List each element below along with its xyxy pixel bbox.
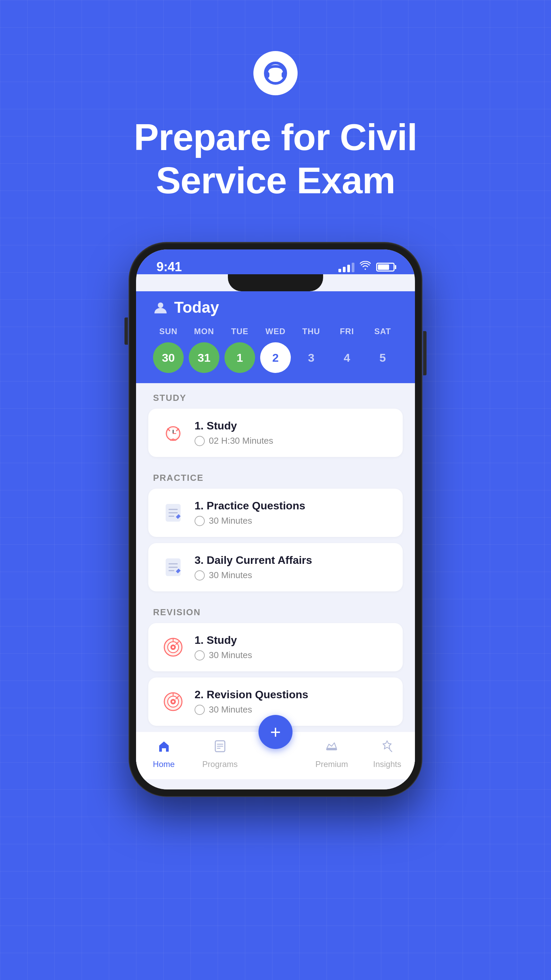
day-sat: SAT: [367, 327, 398, 336]
dates-row: 30 31 1 2 3 4 5: [153, 342, 398, 373]
task-time-practice-1: 30 Minutes: [195, 515, 390, 526]
programs-icon: [213, 739, 227, 757]
fab-button[interactable]: +: [259, 715, 292, 749]
app-logo: [253, 51, 298, 95]
hero-title: Prepare for Civil Service Exam: [71, 116, 480, 202]
date-2[interactable]: 2: [260, 342, 291, 373]
section-label-study: STUDY: [136, 383, 415, 409]
premium-icon: [324, 739, 339, 757]
section-label-practice: PRACTICE: [136, 463, 415, 488]
task-card-practice-2[interactable]: 3. Daily Current Affairs 30 Minutes: [148, 543, 403, 592]
target-icon-2: [161, 690, 185, 714]
user-avatar-icon: [153, 300, 168, 315]
svg-rect-34: [326, 748, 337, 750]
nav-item-programs[interactable]: Programs: [202, 739, 238, 769]
day-tue: TUE: [224, 327, 255, 336]
date-1[interactable]: 1: [224, 342, 255, 373]
task-title-practice-1: 1. Practice Questions: [195, 500, 390, 512]
signal-icon: [338, 262, 354, 272]
days-header: SUN MON TUE WED THU FRI SAT: [153, 327, 398, 336]
nav-label-programs: Programs: [202, 759, 238, 769]
task-time-study-1: 02 H:30 Minutes: [195, 436, 390, 446]
notes-icon-1: [161, 501, 185, 525]
phone-notch: [228, 274, 323, 291]
nav-item-insights[interactable]: Insights: [370, 739, 404, 769]
date-31[interactable]: 31: [189, 342, 219, 373]
logo-area: [253, 51, 298, 95]
day-wed: WED: [260, 327, 291, 336]
task-title-revision-2: 2. Revision Questions: [195, 688, 390, 701]
day-mon: MON: [189, 327, 219, 336]
date-4[interactable]: 4: [332, 342, 362, 373]
bottom-nav: + Home: [136, 732, 415, 779]
time-circle-icon: [195, 570, 205, 581]
task-card-practice-1[interactable]: 1. Practice Questions 30 Minutes: [148, 488, 403, 537]
svg-rect-2: [282, 72, 286, 78]
nav-label-home: Home: [153, 759, 175, 769]
task-info-revision-1: 1. Study 30 Minutes: [195, 634, 390, 660]
time-circle-icon: [195, 516, 205, 526]
svg-rect-1: [265, 72, 269, 78]
phone-screen: 9:41: [136, 250, 415, 789]
task-info-practice-2: 3. Daily Current Affairs 30 Minutes: [195, 554, 390, 581]
task-card-revision-1[interactable]: 1. Study 30 Minutes: [148, 623, 403, 671]
status-icons: [338, 261, 395, 273]
phone-frame: 9:41: [129, 243, 422, 796]
date-30[interactable]: 30: [153, 342, 184, 373]
task-time-practice-2: 30 Minutes: [195, 570, 390, 581]
task-card-study-1[interactable]: 1. Study 02 H:30 Minutes: [148, 409, 403, 457]
logo-svg: [262, 60, 289, 87]
task-info-practice-1: 1. Practice Questions 30 Minutes: [195, 500, 390, 526]
task-title-study-1: 1. Study: [195, 420, 390, 432]
phone-mockup: 9:41: [129, 243, 422, 796]
page-content: Prepare for Civil Service Exam 9:41: [0, 0, 551, 796]
wifi-icon: [360, 261, 371, 273]
today-label: Today: [174, 298, 219, 317]
nav-item-premium[interactable]: Premium: [314, 739, 349, 769]
status-bar: 9:41: [136, 250, 415, 274]
alarm-icon: [161, 421, 185, 445]
target-icon-1: [161, 635, 185, 659]
time-circle-icon: [195, 436, 205, 446]
nav-label-premium: Premium: [315, 759, 348, 769]
task-info-study-1: 1. Study 02 H:30 Minutes: [195, 420, 390, 446]
app-body: STUDY: [136, 383, 415, 789]
header-today-row: Today: [153, 298, 398, 317]
time-circle-icon: [195, 705, 205, 715]
notes-icon-2: [161, 555, 185, 579]
date-5[interactable]: 5: [367, 342, 398, 373]
task-time-revision-2: 30 Minutes: [195, 705, 390, 715]
svg-point-21: [172, 646, 174, 648]
task-title-revision-1: 1. Study: [195, 634, 390, 646]
day-fri: FRI: [332, 327, 362, 336]
date-3[interactable]: 3: [296, 342, 327, 373]
svg-point-3: [158, 302, 163, 308]
insights-icon: [380, 739, 395, 757]
section-label-revision: REVISION: [136, 598, 415, 623]
nav-item-home[interactable]: Home: [147, 739, 181, 769]
app-header: Today SUN MON TUE WED THU FRI SAT 30: [136, 291, 415, 383]
task-title-practice-2: 3. Daily Current Affairs: [195, 554, 390, 566]
task-info-revision-2: 2. Revision Questions 30 Minutes: [195, 688, 390, 715]
nav-label-insights: Insights: [373, 759, 401, 769]
svg-point-27: [172, 701, 174, 703]
day-thu: THU: [296, 327, 327, 336]
status-time: 9:41: [156, 259, 182, 274]
day-sun: SUN: [153, 327, 184, 336]
battery-icon: [376, 263, 395, 272]
home-icon: [156, 739, 171, 757]
task-time-revision-1: 30 Minutes: [195, 650, 390, 660]
time-circle-icon: [195, 650, 205, 660]
